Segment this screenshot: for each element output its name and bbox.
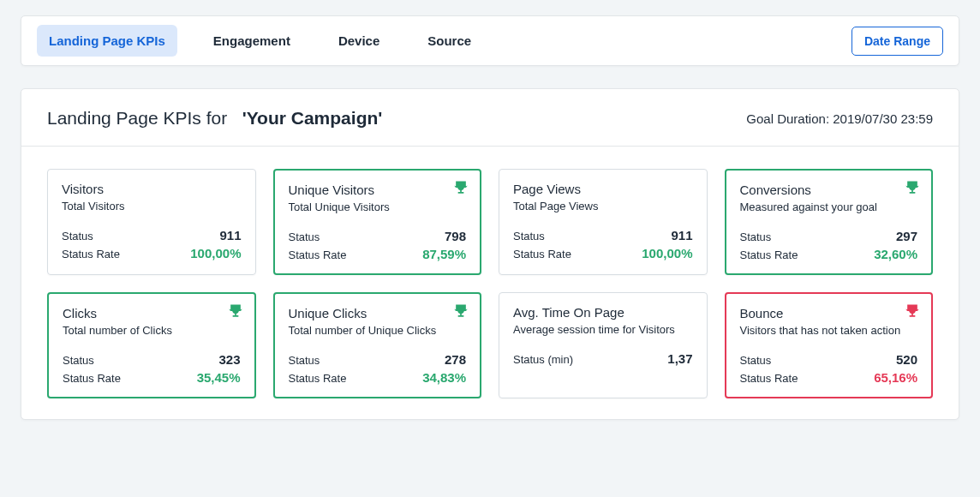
trophy-icon bbox=[452, 179, 469, 196]
date-range-button[interactable]: Date Range bbox=[852, 27, 943, 56]
kpi-subtitle: Total number of Clicks bbox=[63, 324, 241, 337]
kpi-status-rate-label: Status Rate bbox=[740, 248, 864, 261]
kpi-card: Avg. Time On PageAverage session time fo… bbox=[499, 292, 708, 398]
content-header: Landing Page KPIs for 'Your Campaign' Go… bbox=[21, 89, 959, 147]
tabs: Landing Page KPIs Engagement Device Sour… bbox=[37, 25, 483, 57]
kpi-status-label: Status bbox=[740, 231, 864, 243]
kpi-rows: Status278Status Rate34,83% bbox=[289, 352, 467, 385]
kpi-title: Bounce bbox=[740, 306, 918, 320]
trophy-icon bbox=[904, 302, 921, 320]
kpi-status-rate-label: Status Rate bbox=[62, 248, 180, 260]
kpi-status-rate-label: Status Rate bbox=[740, 372, 864, 385]
kpi-status-value: 911 bbox=[190, 228, 241, 243]
trophy-icon bbox=[904, 179, 921, 196]
tabs-panel: Landing Page KPIs Engagement Device Sour… bbox=[21, 15, 959, 66]
kpi-status-min-value: 1,37 bbox=[667, 351, 692, 366]
goal-duration-value: 2019/07/30 23:59 bbox=[833, 111, 933, 126]
kpi-subtitle: Total Visitors bbox=[62, 200, 242, 213]
kpi-cards-grid: VisitorsTotal VisitorsStatus911Status Ra… bbox=[21, 147, 959, 398]
kpi-card: Unique VisitorsTotal Unique VisitorsStat… bbox=[273, 169, 482, 275]
kpi-status-min-label: Status (min) bbox=[513, 353, 657, 366]
kpi-status-rate-value: 35,45% bbox=[197, 370, 241, 385]
kpi-subtitle: Visitors that has not taken action bbox=[740, 324, 918, 337]
kpi-title: Unique Clicks bbox=[289, 306, 467, 320]
kpi-rows: Status911Status Rate100,00% bbox=[513, 228, 693, 260]
kpi-subtitle: Measured against your goal bbox=[740, 201, 918, 213]
kpi-card: BounceVisitors that has not taken action… bbox=[725, 292, 934, 398]
kpi-status-label: Status bbox=[289, 231, 413, 243]
kpi-title: Page Views bbox=[513, 182, 693, 196]
kpi-rows: Status911Status Rate100,00% bbox=[62, 228, 242, 260]
page-title-campaign: 'Your Campaign' bbox=[242, 108, 383, 128]
page-title-prefix: Landing Page KPIs for bbox=[47, 108, 227, 128]
kpi-status-value: 323 bbox=[197, 352, 241, 367]
kpi-status-rate-value: 87,59% bbox=[422, 247, 466, 261]
kpi-status-rate-value: 34,83% bbox=[422, 370, 466, 385]
kpi-card: ClicksTotal number of ClicksStatus323Sta… bbox=[47, 292, 256, 398]
kpi-rows: Status297Status Rate32,60% bbox=[740, 229, 918, 261]
kpi-rows: Status520Status Rate65,16% bbox=[740, 352, 918, 385]
kpi-status-value: 297 bbox=[874, 229, 917, 243]
tab-engagement[interactable]: Engagement bbox=[201, 25, 302, 57]
kpi-status-rate-label: Status Rate bbox=[513, 248, 631, 260]
trophy-icon bbox=[227, 302, 244, 320]
kpi-card: ConversionsMeasured against your goalSta… bbox=[725, 169, 934, 275]
content-panel: Landing Page KPIs for 'Your Campaign' Go… bbox=[21, 88, 959, 420]
kpi-card: Page ViewsTotal Page ViewsStatus911Statu… bbox=[499, 169, 708, 275]
kpi-status-rate-value: 32,60% bbox=[874, 247, 917, 261]
kpi-subtitle: Total number of Unique Clicks bbox=[289, 324, 467, 337]
kpi-rows: Status323Status Rate35,45% bbox=[63, 352, 241, 385]
tab-device[interactable]: Device bbox=[326, 25, 391, 57]
kpi-status-label: Status bbox=[289, 354, 413, 367]
kpi-status-value: 798 bbox=[422, 229, 466, 243]
kpi-title: Avg. Time On Page bbox=[513, 305, 693, 320]
kpi-title: Unique Visitors bbox=[289, 183, 467, 197]
kpi-status-rate-label: Status Rate bbox=[289, 248, 413, 261]
kpi-status-value: 911 bbox=[642, 228, 692, 243]
tab-source[interactable]: Source bbox=[415, 25, 483, 57]
kpi-status-rate-label: Status Rate bbox=[289, 372, 413, 385]
kpi-title: Visitors bbox=[62, 182, 242, 196]
kpi-title: Clicks bbox=[63, 306, 241, 320]
kpi-status-rate-value: 100,00% bbox=[642, 246, 692, 260]
goal-duration-label: Goal Duration: bbox=[746, 111, 829, 126]
kpi-status-label: Status bbox=[513, 230, 631, 243]
kpi-subtitle: Total Page Views bbox=[513, 200, 693, 213]
goal-duration: Goal Duration: 2019/07/30 23:59 bbox=[746, 111, 933, 126]
kpi-status-label: Status bbox=[62, 230, 180, 243]
kpi-status-label: Status bbox=[63, 354, 187, 367]
kpi-rows: Status798Status Rate87,59% bbox=[289, 229, 467, 261]
kpi-status-value: 278 bbox=[422, 352, 466, 367]
kpi-card: VisitorsTotal VisitorsStatus911Status Ra… bbox=[47, 169, 256, 275]
kpi-status-rate-label: Status Rate bbox=[63, 372, 187, 385]
trophy-icon bbox=[452, 302, 469, 320]
kpi-title: Conversions bbox=[740, 183, 918, 197]
kpi-card: Unique ClicksTotal number of Unique Clic… bbox=[273, 292, 482, 398]
tab-landing-page-kpis[interactable]: Landing Page KPIs bbox=[37, 25, 177, 57]
kpi-status-rate-value: 100,00% bbox=[190, 246, 241, 260]
page-title: Landing Page KPIs for 'Your Campaign' bbox=[47, 108, 382, 129]
kpi-subtitle: Average session time for Visitors bbox=[513, 323, 693, 336]
kpi-status-value: 520 bbox=[874, 352, 917, 367]
kpi-subtitle: Total Unique Visitors bbox=[289, 201, 467, 213]
kpi-status-rate-value: 65,16% bbox=[874, 370, 917, 385]
kpi-status-label: Status bbox=[740, 354, 864, 367]
kpi-rows: Status (min)1,37 bbox=[513, 351, 693, 366]
